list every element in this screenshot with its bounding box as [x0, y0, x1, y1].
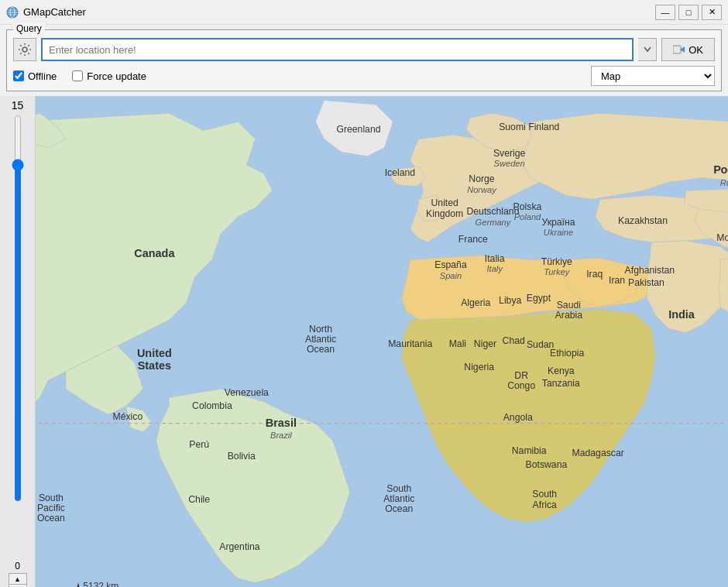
- title-left: GMapCatcher: [6, 6, 86, 19]
- offline-label: Offline: [28, 70, 57, 82]
- label-norway: Norway: [467, 185, 497, 194]
- label-poland: Poland: [514, 212, 541, 221]
- main-area: 15 0 ▲ ▼: [0, 96, 728, 587]
- label-russia-cyrillic: Россия: [713, 163, 728, 176]
- force-update-label: Force update: [87, 70, 146, 82]
- query-group: Query OK Offline Force: [6, 29, 722, 91]
- svg-point-5: [22, 47, 27, 52]
- scale-bar: 5132 km: [76, 581, 231, 587]
- maximize-button[interactable]: □: [678, 5, 699, 20]
- window-controls: — □ ✕: [655, 5, 722, 20]
- ok-arrow-icon: [673, 44, 685, 55]
- settings-button[interactable]: [13, 38, 36, 61]
- offline-checkbox[interactable]: [13, 70, 24, 81]
- zoom-level-display: 15: [12, 99, 24, 112]
- chevron-down-icon: [644, 46, 651, 53]
- label-brasil: Brasil: [266, 417, 297, 429]
- label-spain: Spain: [440, 271, 462, 280]
- zoom-slider-container: [0, 115, 35, 561]
- zoom-arrows: ▲ ▼: [9, 573, 27, 587]
- query-row1: OK: [13, 38, 715, 61]
- app-title: GMapCatcher: [23, 6, 86, 18]
- zoom-bottom: 0 ▲ ▼: [9, 561, 27, 587]
- label-us2: States: [138, 359, 171, 372]
- zoom-slider[interactable]: [10, 115, 26, 502]
- label-canada: Canada: [134, 247, 175, 259]
- query-row2: Offline Force update Map Satellite Terra…: [13, 66, 715, 86]
- label-brazil: Brazil: [270, 431, 292, 440]
- force-update-checkbox-label[interactable]: Force update: [72, 70, 146, 82]
- offline-checkbox-label[interactable]: Offline: [13, 70, 57, 82]
- title-bar: GMapCatcher — □ ✕: [0, 0, 728, 25]
- label-italy: Italy: [487, 264, 504, 273]
- map-svg: Greenland Iceland Suomi Finland Sverige …: [36, 96, 728, 587]
- force-update-checkbox[interactable]: [72, 70, 83, 81]
- location-dropdown-button[interactable]: [638, 38, 657, 61]
- scale-text: 5132 km: [76, 581, 118, 587]
- zoom-up-button[interactable]: ▲: [9, 574, 26, 585]
- label-ukraine: Ukraine: [544, 228, 573, 237]
- zoom-value-display: 0: [15, 561, 20, 572]
- location-input[interactable]: [41, 38, 634, 61]
- app-icon: [6, 6, 19, 19]
- minimize-button[interactable]: —: [655, 5, 675, 20]
- ok-label: OK: [689, 44, 703, 56]
- svg-rect-6: [673, 46, 681, 53]
- label-us: United: [137, 347, 172, 359]
- settings-icon: [18, 43, 32, 57]
- label-turkey: Turkey: [544, 267, 571, 276]
- label-germany: Germany: [476, 218, 512, 227]
- label-india: India: [668, 308, 695, 321]
- label-russia: Russia: [720, 178, 728, 187]
- svg-marker-10: [76, 582, 81, 587]
- ok-button[interactable]: OK: [661, 38, 715, 61]
- scale-indicator-icon: [76, 582, 81, 587]
- zoom-panel: 15 0 ▲ ▼: [0, 96, 36, 587]
- query-legend: Query: [13, 23, 45, 34]
- close-button[interactable]: ✕: [702, 5, 722, 20]
- label-sweden: Sweden: [494, 159, 525, 168]
- scale-value: 5132 km: [83, 581, 118, 587]
- map-type-select[interactable]: Map Satellite Terrain Hybrid: [591, 66, 715, 86]
- map-type-select-container: Map Satellite Terrain Hybrid: [591, 66, 715, 86]
- map-container[interactable]: Greenland Iceland Suomi Finland Sverige …: [36, 96, 728, 587]
